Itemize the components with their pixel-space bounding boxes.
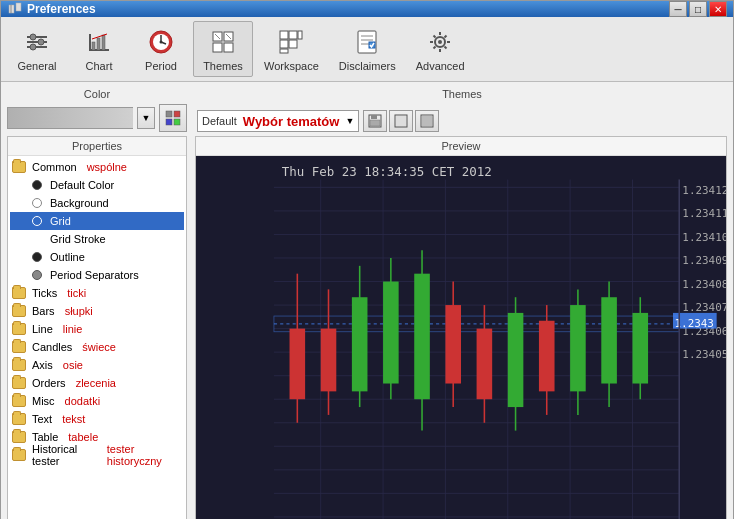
theme-dropdown-arrow: ▼ [345,116,354,126]
toolbar-general[interactable]: General [7,21,67,77]
window-title: Preferences [27,2,96,16]
svg-point-19 [160,41,163,44]
prop-common[interactable]: Common wspólne [10,158,184,176]
chart-icon [83,26,115,58]
theme-select-dropdown[interactable]: Default Wybór tematów ▼ [197,110,359,132]
prop-axis[interactable]: Axis osie [10,356,184,374]
title-bar-controls: ─ □ ✕ [669,1,727,17]
prop-grid-stroke[interactable]: Grid Stroke [10,230,184,248]
advanced-label: Advanced [416,60,465,72]
svg-rect-47 [166,111,172,117]
color-swatch[interactable] [7,107,133,129]
prop-bars[interactable]: Bars słupki [10,302,184,320]
table-folder-icon [12,430,26,444]
chart-area: Thu Feb 23 18:34:35 CET 2012 1.23412 1.2… [196,156,726,519]
disclaimers-icon [351,26,383,58]
prop-axis-trans: osie [63,359,83,371]
color-section: Color ▼ [7,88,187,132]
themes-icon [207,26,239,58]
minimize-button[interactable]: ─ [669,1,687,17]
prop-line-name: Line [32,323,53,335]
content-area: Color ▼ Themes [1,82,733,519]
theme-buttons [363,110,439,132]
svg-rect-52 [371,115,377,119]
period-icon [145,26,177,58]
svg-text:1.23408: 1.23408 [682,278,726,291]
svg-rect-53 [370,120,380,126]
svg-point-7 [38,39,44,45]
svg-line-45 [445,36,447,38]
prop-candles[interactable]: Candles świece [10,338,184,356]
prop-outline[interactable]: Outline [10,248,184,266]
top-row: Color ▼ Themes [7,88,727,132]
prop-ticks-trans: ticki [67,287,86,299]
themes-section: Themes Default Wybór tematów ▼ [197,88,727,132]
svg-text:1.23407: 1.23407 [682,301,726,314]
prop-misc-trans: dodatki [65,395,100,407]
theme-name: Default [202,115,237,127]
color-label: Color [7,88,187,100]
candles-folder-icon [12,340,26,354]
outline-icon [30,250,44,264]
prop-grid[interactable]: Grid [10,212,184,230]
theme-save-button[interactable] [363,110,387,132]
workspace-label: Workspace [264,60,319,72]
prop-orders-name: Orders [32,377,66,389]
svg-line-46 [434,47,436,49]
svg-rect-113 [508,313,524,407]
prop-candles-name: Candles [32,341,72,353]
line-folder-icon [12,322,26,336]
svg-rect-111 [477,329,493,400]
svg-text:Thu Feb 23 18:34:35 CET 2012: Thu Feb 23 18:34:35 CET 2012 [282,164,492,179]
toolbar-disclaimers[interactable]: Disclaimers [330,21,405,77]
folder-icon [12,160,26,174]
prop-grid-stroke-icon [30,232,44,246]
properties-panel: Properties Common wspólne Default Color [7,136,187,519]
svg-text:1.2343: 1.2343 [675,317,714,330]
toolbar-period[interactable]: Period [131,21,191,77]
theme-option1-button[interactable] [389,110,413,132]
svg-rect-50 [174,119,180,125]
prop-historical-tester[interactable]: Historical tester tester historyczny [10,446,184,464]
toolbar-chart[interactable]: Chart [69,21,129,77]
prop-table-trans: tabele [68,431,98,443]
close-button[interactable]: ✕ [709,1,727,17]
toolbar-workspace[interactable]: Workspace [255,21,328,77]
main-panels: Properties Common wspólne Default Color [7,136,727,519]
period-sep-icon [30,268,44,282]
workspace-icon [275,26,307,58]
orders-folder-icon [12,376,26,390]
general-label: General [17,60,56,72]
svg-rect-115 [539,321,555,392]
preferences-window: Preferences ─ □ ✕ General [0,0,734,519]
prop-line[interactable]: Line linie [10,320,184,338]
prop-ticks[interactable]: Ticks ticki [10,284,184,302]
prop-orders[interactable]: Orders zlecenia [10,374,184,392]
prop-text-name: Text [32,413,52,425]
prop-default-color[interactable]: Default Color [10,176,184,194]
svg-point-38 [438,40,442,44]
prop-text[interactable]: Text tekst [10,410,184,428]
app-icon [7,1,23,17]
maximize-button[interactable]: □ [689,1,707,17]
text-folder-icon [12,412,26,426]
toolbar-themes[interactable]: Themes [193,21,253,77]
theme-option2-button[interactable] [415,110,439,132]
toolbar-advanced[interactable]: Advanced [407,21,474,77]
svg-point-6 [30,34,36,40]
prop-common-name: Common [32,161,77,173]
svg-rect-49 [166,119,172,125]
color-dropdown-button[interactable]: ▼ [137,107,155,129]
prop-axis-name: Axis [32,359,53,371]
svg-text:1.23412: 1.23412 [682,184,726,197]
prop-period-sep[interactable]: Period Separators [10,266,184,284]
general-icon [21,26,53,58]
prop-background[interactable]: Background [10,194,184,212]
svg-rect-57 [422,116,432,126]
color-grid-button[interactable] [159,104,187,132]
svg-rect-13 [102,35,105,50]
prop-grid-stroke-name: Grid Stroke [50,233,106,245]
prop-misc[interactable]: Misc dodatki [10,392,184,410]
themes-section-label: Themes [197,88,727,106]
color-row: ▼ [7,104,187,132]
